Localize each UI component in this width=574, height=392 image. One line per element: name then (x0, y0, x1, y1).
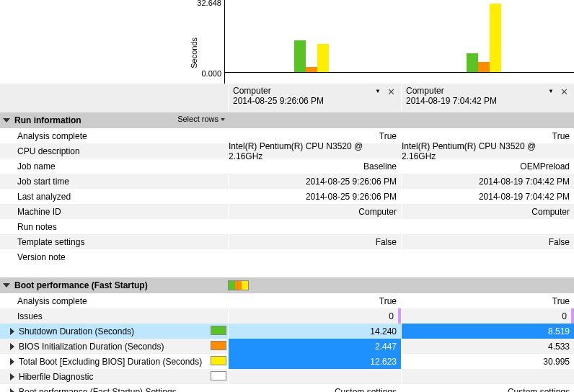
row-value-2: Computer (401, 204, 574, 219)
column-name-2: Computer (406, 86, 570, 96)
row-label: Total Boot [Excluding BIOS] Duration (Se… (0, 354, 228, 369)
column-close-1[interactable]: ✕ (387, 86, 395, 97)
row-value-1: Baseline (228, 159, 401, 174)
bar-bios-2 (478, 62, 490, 72)
row-value-1: True (228, 293, 401, 308)
y-axis: 32.648 0.000 Seconds (0, 0, 225, 84)
row-value-1: 2.447 (228, 339, 401, 354)
table-row[interactable]: Run notes (0, 219, 574, 234)
column-header-1[interactable]: Computer 2014-08-25 9:26:06 PM ▼ ✕ (228, 84, 401, 112)
row-value-1: 0 (228, 308, 401, 324)
table-row[interactable]: Issues00 (0, 308, 574, 324)
chart-baseline (225, 72, 574, 73)
table-row[interactable]: Template settingsFalseFalse (0, 234, 574, 249)
row-label: Shutdown Duration (Seconds) (0, 324, 228, 339)
column-name-1: Computer (233, 86, 397, 96)
row-value-2: 2014-08-19 7:04:42 PM (401, 189, 574, 204)
row-value-2: 0 (401, 308, 574, 324)
y-axis-label: Seconds (190, 37, 198, 68)
table-row[interactable]: Job nameBaselineOEMPreload (0, 159, 574, 174)
column-header-2[interactable]: Computer 2014-08-19 7:04:42 PM ▼ ✕ (401, 84, 574, 112)
table-row[interactable]: Job start time2014-08-25 9:26:06 PM2014-… (0, 174, 574, 189)
row-label: CPU description (0, 143, 228, 159)
color-swatch (211, 356, 226, 365)
row-label: Hiberfile Diagnostic (0, 369, 228, 384)
chart-area: 32.648 0.000 Seconds (0, 0, 574, 84)
table-row[interactable]: Shutdown Duration (Seconds)14.2408.519 (0, 324, 574, 339)
expand-icon[interactable] (10, 358, 14, 365)
row-label: Issues (0, 308, 228, 324)
row-label: Run notes (0, 219, 228, 234)
table-row[interactable]: BIOS Initialization Duration (Seconds)2.… (0, 339, 574, 354)
color-swatch (211, 341, 226, 350)
row-label: Last analyzed (0, 189, 228, 204)
legend-swatches (228, 280, 249, 290)
expand-icon[interactable] (10, 328, 14, 335)
row-value-1 (228, 369, 401, 384)
legend-orange (235, 281, 242, 290)
section-gap (0, 264, 574, 277)
row-label: Analysis complete (0, 128, 228, 143)
color-swatch (211, 371, 226, 380)
collapse-icon[interactable] (3, 118, 10, 122)
table-row[interactable]: Total Boot [Excluding BIOS] Duration (Se… (0, 354, 574, 369)
section-header-boot-perf[interactable]: Boot performance (Fast Startup) (0, 277, 574, 293)
row-label: Analysis complete (0, 293, 228, 308)
row-value-2: True (401, 293, 574, 308)
collapse-icon[interactable] (3, 283, 10, 288)
expand-icon[interactable] (10, 388, 14, 393)
table-row[interactable]: Machine IDComputerComputer (0, 204, 574, 219)
legend-green (229, 281, 235, 290)
row-value-2 (401, 369, 574, 384)
row-value-2: OEMPreload (401, 159, 574, 174)
column-dropdown-1[interactable]: ▼ (375, 88, 381, 94)
table-row[interactable]: CPU descriptionIntel(R) Pentium(R) CPU N… (0, 143, 574, 159)
bar-boot-1 (317, 44, 329, 72)
y-tick-min: 0.000 (201, 69, 221, 78)
row-value-1 (228, 219, 401, 234)
row-value-1 (228, 249, 401, 264)
row-value-1: False (228, 234, 401, 249)
row-value-1: Custom settings (228, 384, 401, 392)
table-row[interactable]: Version note (0, 249, 574, 264)
row-value-2: Intel(R) Pentium(R) CPU N3520 @ 2.16GHz (401, 143, 574, 159)
row-label: Version note (0, 249, 228, 264)
column-close-2[interactable]: ✕ (560, 86, 568, 97)
row-label-text: Boot performance (Fast Startup) Settings (19, 387, 177, 393)
table-row[interactable]: Hiberfile Diagnostic (0, 369, 574, 384)
row-value-1: 12.623 (228, 354, 401, 369)
row-value-2 (401, 249, 574, 264)
bar-boot-2 (490, 4, 501, 72)
expand-icon[interactable] (10, 373, 14, 380)
expand-icon[interactable] (10, 343, 14, 350)
row-value-2 (401, 219, 574, 234)
table-row[interactable]: Last analyzed2014-08-25 9:26:06 PM2014-0… (0, 189, 574, 204)
row-value-1: Computer (228, 204, 401, 219)
row-value-1: Intel(R) Pentium(R) CPU N3520 @ 2.16GHz (228, 143, 401, 159)
row-value-2: 4.533 (401, 339, 574, 354)
legend-yellow (242, 281, 248, 290)
column-time-1: 2014-08-25 9:26:06 PM (233, 96, 397, 106)
row-value-1: 14.240 (228, 324, 401, 339)
row-label: Template settings (0, 234, 228, 249)
row-value-2: Custom settings (401, 384, 574, 392)
select-rows-button[interactable]: Select rows (177, 115, 225, 123)
column-spacer (0, 84, 228, 112)
column-headers: Computer 2014-08-25 9:26:06 PM ▼ ✕ Compu… (0, 84, 574, 112)
row-value-2: False (401, 234, 574, 249)
row-label: Machine ID (0, 204, 228, 219)
table-row[interactable]: Boot performance (Fast Startup) Settings… (0, 384, 574, 392)
column-dropdown-2[interactable]: ▼ (548, 88, 554, 94)
row-label: Boot performance (Fast Startup) Settings (0, 384, 228, 392)
row-value-2: 8.519 (401, 324, 574, 339)
row-label-text: Hiberfile Diagnostic (19, 372, 93, 382)
row-value-1: 2014-08-25 9:26:06 PM (228, 189, 401, 204)
section-header-run-info[interactable]: Run information Select rows (0, 112, 574, 128)
column-time-2: 2014-08-19 7:04:42 PM (406, 96, 570, 106)
row-label-text: Analysis complete (17, 296, 87, 306)
row-label: Job start time (0, 174, 228, 189)
row-value-1: 2014-08-25 9:26:06 PM (228, 174, 401, 189)
table-row[interactable]: Analysis completeTrueTrue (0, 293, 574, 308)
row-label-text: Issues (17, 311, 43, 321)
row-label-text: BIOS Initialization Duration (Seconds) (19, 342, 164, 352)
